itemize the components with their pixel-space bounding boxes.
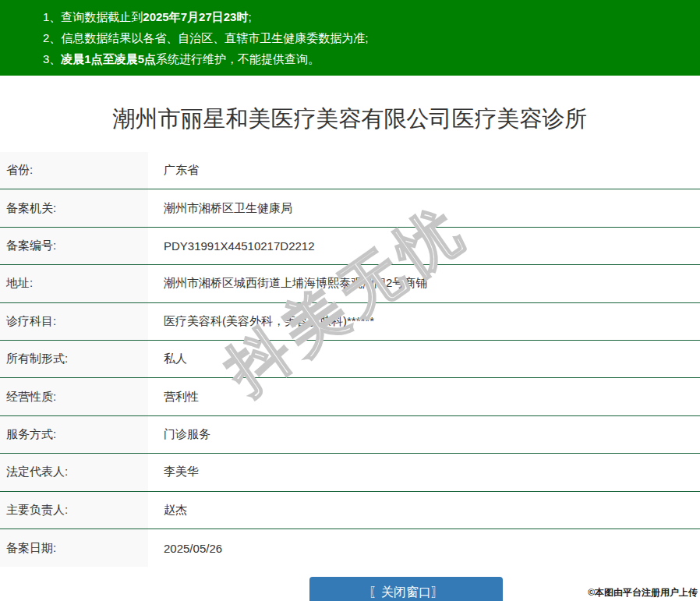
- page-title: 潮州市丽星和美医疗美容有限公司医疗美容诊所: [0, 105, 700, 132]
- info-table: 省份: 广东省 备案机关: 潮州市湘桥区卫生健康局 备案编号: PDY31991…: [0, 152, 700, 567]
- table-row-legal-representative: 法定代表人: 李美华: [0, 454, 700, 491]
- close-window-button[interactable]: 〖关闭窗口〗: [309, 577, 503, 601]
- field-label: 备案机关:: [0, 189, 148, 226]
- notice-line-2: 2、信息数据结果以各省、自治区、直辖市卫生健康委数据为准;: [43, 27, 691, 48]
- table-row-principal-person: 主要负责人: 赵杰: [0, 492, 700, 529]
- notice-1-text: 查询数据截止到: [61, 10, 143, 23]
- field-value: 医疗美容科(美容外科，美容皮肤科)******: [148, 303, 700, 340]
- table-row-business-nature: 经营性质: 营利性: [0, 378, 700, 415]
- field-label: 服务方式:: [0, 416, 148, 453]
- field-value: 广东省: [148, 152, 700, 189]
- field-value: 2025/05/26: [148, 529, 700, 567]
- field-label: 经营性质:: [0, 378, 148, 415]
- field-value: 营利性: [148, 378, 700, 415]
- notice-3-suffix: 系统进行维护，不能提供查询。: [156, 52, 320, 65]
- table-row-address: 地址: 潮州市湘桥区城西街道上埔海博熙泰观潮阁2号商铺: [0, 265, 700, 302]
- table-row-filing-authority: 备案机关: 潮州市湘桥区卫生健康局: [0, 189, 700, 227]
- notice-panel: 1、查询数据截止到2025年7月27日23时; 2、信息数据结果以各省、自治区、…: [0, 0, 700, 76]
- notice-1-number: 1、: [43, 10, 61, 23]
- notice-3-number: 3、: [43, 52, 61, 65]
- field-value: 潮州市湘桥区卫生健康局: [148, 189, 700, 226]
- notice-line-1: 1、查询数据截止到2025年7月27日23时;: [43, 6, 691, 27]
- table-row-province: 省份: 广东省: [0, 152, 700, 189]
- notice-1-bold-text: 2025年7月27日23时: [143, 10, 248, 23]
- field-label: 所有制形式:: [0, 341, 148, 377]
- table-row-treatment-subjects: 诊疗科目: 医疗美容科(美容外科，美容皮肤科)******: [0, 303, 700, 341]
- field-label: 备案编号:: [0, 228, 148, 264]
- notice-1-suffix: ;: [248, 10, 251, 23]
- table-row-filing-date: 备案日期: 2025/05/26: [0, 529, 700, 567]
- field-label: 备案日期:: [0, 529, 148, 567]
- field-value: 门诊服务: [148, 416, 700, 453]
- table-row-filing-number: 备案编号: PDY31991X44510217D2212: [0, 228, 700, 265]
- field-label: 诊疗科目:: [0, 303, 148, 340]
- notice-2-text: 信息数据结果以各省、自治区、直辖市卫生健康委数据为准;: [61, 31, 368, 44]
- field-value: 李美华: [148, 454, 700, 490]
- notice-line-3: 3、凌晨1点至凌晨5点系统进行维护，不能提供查询。: [43, 48, 691, 69]
- field-value: 赵杰: [148, 492, 700, 529]
- field-value: 私人: [148, 341, 700, 377]
- field-label: 地址:: [0, 265, 148, 302]
- field-value: PDY31991X44510217D2212: [148, 228, 700, 264]
- notice-2-number: 2、: [43, 31, 61, 44]
- table-row-ownership-form: 所有制形式: 私人: [0, 341, 700, 378]
- field-label: 法定代表人:: [0, 454, 148, 490]
- field-label: 主要负责人:: [0, 492, 148, 529]
- upload-credit-note: ©本图由平台注册用户上传: [588, 586, 698, 599]
- table-row-service-mode: 服务方式: 门诊服务: [0, 416, 700, 454]
- field-value: 潮州市湘桥区城西街道上埔海博熙泰观潮阁2号商铺: [148, 265, 700, 302]
- field-label: 省份:: [0, 152, 148, 189]
- notice-3-bold-text: 凌晨1点至凌晨5点: [61, 52, 156, 65]
